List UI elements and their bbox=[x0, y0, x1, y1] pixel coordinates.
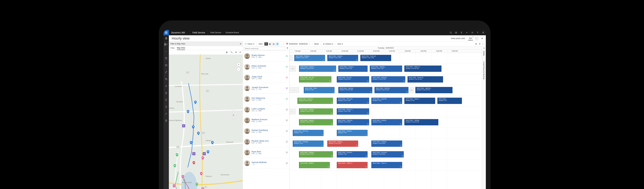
schedule-lane[interactable]: Work Order - Evaluate...Duration: 2 hrs✓… bbox=[290, 139, 482, 149]
tab-filter[interactable]: Filter bbox=[170, 46, 175, 50]
work-order-block[interactable]: Work Order - Water p...Duration: 2 hrs bbox=[404, 98, 435, 104]
work-order-block[interactable]: Work Order - Data file...Duration: 2 hrs bbox=[371, 98, 402, 104]
work-order-block[interactable]: Work Order - Water su...Duration: 2 hrs … bbox=[404, 66, 442, 72]
search-icon[interactable]: 🔍 bbox=[230, 51, 233, 53]
add-tab-button[interactable]: + bbox=[475, 37, 478, 40]
zoom-in-button[interactable]: + bbox=[237, 62, 241, 67]
schedule-lane[interactable]: Work Order - Circuit R...Duration: 2 hrs… bbox=[290, 96, 482, 106]
collapse-left-icon[interactable]: ◀ bbox=[240, 43, 241, 45]
view-grid-icon[interactable]: ▦ bbox=[268, 42, 272, 46]
add-icon[interactable] bbox=[464, 32, 470, 34]
nav-clipboard-icon[interactable] bbox=[165, 57, 168, 60]
map[interactable]: Grayscale Bothell Mill Creek bbox=[169, 55, 242, 189]
schedule-lane[interactable]: 1...Work Order - Repl...Duration: 2 hrs✓… bbox=[290, 85, 482, 96]
work-order-block[interactable]: Work Order - Website...Duration: 2 hrs 7… bbox=[370, 66, 402, 72]
work-order-block[interactable]: Work Order - Fuse outDuration: 2 hrs 2 m… bbox=[360, 55, 391, 61]
schedule-lane[interactable]: Work Order - Min. Dis...Duration: 2 hrs … bbox=[290, 74, 482, 85]
work-order-block[interactable]: Work Order - Replace...Duration: 2 hrs 1… bbox=[294, 55, 325, 61]
work-order-block[interactable]: Work Order - Light bul...Duration: 2 hrs… bbox=[416, 87, 452, 93]
resource-row[interactable]: Matthew Everson 8:36🕐63% ⦿ bbox=[243, 115, 290, 126]
map-pin[interactable] bbox=[182, 175, 184, 178]
delete-icon[interactable]: 🗑 bbox=[226, 51, 228, 53]
work-order-block[interactable]: Work Order - Heating...Duration: 2 hrs 1… bbox=[404, 119, 438, 125]
poi-icon[interactable]: H bbox=[182, 124, 185, 127]
user-icon[interactable] bbox=[480, 32, 486, 34]
schedule-lane[interactable]: 1...Work Order - Replace...Duration: 2 h… bbox=[290, 106, 482, 117]
nav-edit-icon[interactable] bbox=[165, 112, 168, 115]
book-button[interactable]: Book bbox=[314, 43, 319, 45]
work-order-block[interactable]: Work Order - Repl...Duration: 2 hrs✓ bbox=[304, 87, 334, 93]
work-order-block[interactable]: Work Order - Min. Dis...Duration: 2 hrs … bbox=[299, 76, 332, 83]
resource-row[interactable]: Samuel McBride 🕐 ⦿ bbox=[243, 158, 290, 168]
work-order-block[interactable]: Work Order - Replace...Duration: 2 hrs 1… bbox=[299, 151, 333, 157]
resource-row[interactable]: Brady Hannon 6:04🕐55% ⦿ bbox=[243, 51, 290, 61]
gear-icon[interactable]: ⚙ bbox=[235, 51, 237, 53]
create-booking-label[interactable]: Create Resource Booking bbox=[483, 61, 485, 79]
work-order-block[interactable]: Work Order - Fan not...Duration: 2 hrs 6… bbox=[337, 76, 369, 83]
view-tab[interactable]: Initial public view bbox=[450, 37, 466, 40]
work-order-block[interactable]: Work Order - Refill M... bbox=[299, 162, 330, 168]
tab-map-view[interactable]: Map View bbox=[177, 46, 185, 50]
resource-row[interactable]: Kris Nakamura 9:46🕐83% ⦿ bbox=[243, 94, 290, 104]
map-pin[interactable] bbox=[196, 183, 198, 186]
schedule-lane[interactable]: Work Order - Replace...Duration: 2 hrs 1… bbox=[290, 53, 482, 64]
poi-icon[interactable]: H bbox=[203, 152, 206, 155]
resource-row[interactable]: Efrain Schreiner 8:33🕐82% ⦿ bbox=[243, 61, 290, 72]
location-pin-icon[interactable]: 📍 bbox=[286, 47, 288, 50]
work-order-block[interactable]: Work Order - Internet...Duration: 2 hrs … bbox=[338, 87, 372, 93]
work-order-block[interactable]: Work Order - Thermos...Duration: 2 hrs 9… bbox=[337, 119, 369, 125]
resource-row[interactable]: Luke Lundgren 4:21🕐40% ⦿ bbox=[243, 104, 290, 115]
work-order-block[interactable]: Work Order - Replace...Duration: 2 hrs 2… bbox=[327, 140, 358, 147]
crumb-item[interactable]: Schedule Board bbox=[226, 32, 239, 34]
work-order-block[interactable]: Work Order - Replace...Duration: 2 hrs 1… bbox=[299, 108, 333, 115]
work-order-block[interactable]: Work Order - Replace...Duration: 2 hrs✓ bbox=[337, 130, 368, 136]
view-tab-active[interactable]: WA✕ bbox=[468, 37, 473, 40]
prev-day-button[interactable]: ‹ bbox=[284, 43, 284, 45]
zoom-out-button[interactable]: − bbox=[237, 67, 241, 72]
work-order-block[interactable]: Work Order - Magneti...Duration: 2 hrs 1… bbox=[299, 119, 333, 125]
work-order-block[interactable]: Work Order - Flame fai...Duration: 2 hrs… bbox=[408, 76, 443, 83]
help-icon[interactable]: ? bbox=[475, 31, 480, 34]
task-icon[interactable] bbox=[454, 32, 459, 34]
work-order-block[interactable]: Work Order - Incorrect...Duration: 2 hrs… bbox=[371, 151, 404, 157]
hamburger-button[interactable]: ☰ bbox=[164, 35, 169, 42]
expand-details-icon[interactable]: ◀ bbox=[483, 47, 484, 49]
resource-row[interactable]: Ryan Brim 6:25🕐58% ⦿ bbox=[243, 147, 290, 158]
map-pin[interactable] bbox=[197, 132, 200, 135]
poi-icon[interactable]: H bbox=[192, 152, 196, 155]
work-order-block[interactable]: Work Order - Evaluate...Duration: 2 hrs✓ bbox=[293, 140, 324, 147]
view-compact-icon[interactable]: ▤ bbox=[272, 42, 276, 46]
work-order-block[interactable]: Work Order - Catalog...Duration: 2 hrs bbox=[371, 119, 402, 125]
nav-box-icon[interactable] bbox=[165, 78, 168, 80]
map-pin[interactable] bbox=[176, 153, 178, 157]
nav-ellipsis-icon[interactable]: ⋯ bbox=[165, 50, 168, 53]
crumb-item[interactable]: Field Service bbox=[210, 32, 221, 34]
board-gear-icon[interactable]: ⚙ bbox=[475, 43, 477, 45]
map-pin[interactable] bbox=[194, 101, 197, 104]
work-order-block[interactable]: Work Order - Promote...Duration: 2 hrs bbox=[337, 151, 368, 157]
nav-route-icon[interactable] bbox=[165, 71, 168, 73]
work-order-block[interactable]: Work Order - MRI Cycl...Duration: 2 hrs … bbox=[337, 98, 369, 104]
work-order-block[interactable]: Work Order - Collect C... bbox=[337, 162, 368, 168]
nav-file-icon[interactable] bbox=[165, 106, 168, 108]
search-input[interactable] bbox=[244, 47, 285, 50]
sort-dropdown[interactable]: Sort ▾ bbox=[338, 43, 343, 45]
work-order-block[interactable]: Work Order...Duration: 2 hr bbox=[438, 98, 462, 104]
details-label[interactable]: Details bbox=[483, 51, 485, 56]
map-pin[interactable] bbox=[211, 141, 214, 144]
panel-collapse-handle[interactable]: ◀ bbox=[232, 110, 234, 120]
map-pin[interactable] bbox=[173, 184, 175, 188]
next-day-button[interactable]: › bbox=[310, 43, 310, 45]
work-order-block[interactable]: Work Order - Measure...Duration: 2 hrs 1… bbox=[371, 76, 405, 83]
work-order-block[interactable]: Work Order - Camera...Duration: 2 hrs 1 … bbox=[338, 66, 368, 72]
nav-phone-icon[interactable] bbox=[165, 99, 168, 101]
schedule-lane[interactable]: 23mWork Order - Install N...Duration: 2 … bbox=[290, 64, 482, 74]
work-order-block[interactable]: Work Order - MRI San...Duration: 2 hrs✓ bbox=[293, 130, 324, 136]
work-order-block[interactable]: Work Order - Inspecti...Duration: 2 hrs … bbox=[327, 55, 358, 61]
hours-dropdown[interactable]: 🕐 Hours ▾ bbox=[244, 43, 254, 45]
board-expand-icon[interactable]: ⛶ bbox=[482, 43, 484, 45]
date-picker[interactable]: 📅 8/28/2018 - 8/28/2018 bbox=[286, 43, 308, 45]
map-pin[interactable] bbox=[174, 164, 176, 167]
gear-icon[interactable] bbox=[470, 32, 475, 34]
board-refresh-icon[interactable]: ⟳ bbox=[479, 43, 480, 45]
